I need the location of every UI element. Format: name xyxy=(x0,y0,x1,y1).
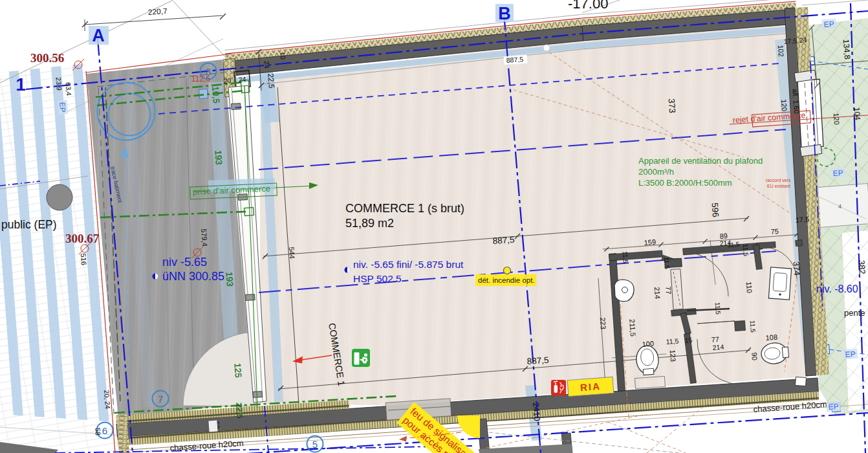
svg-text:51,89 m2: 51,89 m2 xyxy=(345,217,394,230)
svg-text:211,5: 211,5 xyxy=(628,319,637,337)
svg-text:public (EP): public (EP) xyxy=(1,218,57,231)
svg-text:544: 544 xyxy=(288,247,296,259)
svg-text:223: 223 xyxy=(599,317,607,329)
svg-text:102: 102 xyxy=(777,45,785,57)
svg-text:10,5: 10,5 xyxy=(210,86,221,104)
svg-text:104: 104 xyxy=(852,107,862,120)
svg-text:A: A xyxy=(92,26,105,45)
svg-text:EP: EP xyxy=(828,402,839,412)
svg-text:dét. incendie opt.: dét. incendie opt. xyxy=(478,276,535,284)
svg-text:10: 10 xyxy=(279,52,287,60)
svg-text:niv. -5.65 fini/ -5.875 brut: niv. -5.65 fini/ -5.875 brut xyxy=(353,259,464,270)
svg-text:EP: EP xyxy=(832,168,843,178)
svg-text:63,4: 63,4 xyxy=(65,82,73,96)
svg-text:L:3500 B:2000/H:500mm: L:3500 B:2000/H:500mm xyxy=(638,178,732,188)
svg-text:17,5: 17,5 xyxy=(795,215,809,224)
svg-text:4: 4 xyxy=(838,203,841,210)
svg-text:15: 15 xyxy=(684,336,693,344)
svg-text:373: 373 xyxy=(666,98,677,114)
svg-text:7: 7 xyxy=(158,393,163,404)
svg-text:125: 125 xyxy=(232,363,243,379)
svg-text:11,5: 11,5 xyxy=(663,257,671,270)
svg-text:579,4: 579,4 xyxy=(200,228,209,247)
svg-text:24: 24 xyxy=(263,61,271,69)
svg-text:77: 77 xyxy=(711,335,719,344)
svg-text:300.67: 300.67 xyxy=(65,232,100,245)
svg-text:COMMERCE 1 (s brut): COMMERCE 1 (s brut) xyxy=(345,202,464,215)
svg-text:raccord vers: raccord vers xyxy=(766,178,791,182)
svg-text:11,5: 11,5 xyxy=(622,251,629,264)
svg-text:120: 120 xyxy=(832,113,841,125)
svg-text:22,5: 22,5 xyxy=(234,402,244,418)
svg-text:77: 77 xyxy=(664,286,673,294)
svg-text:193: 193 xyxy=(224,272,235,287)
svg-text:887,5: 887,5 xyxy=(492,235,515,246)
svg-text:214: 214 xyxy=(712,343,724,351)
svg-text:-17.00: -17.00 xyxy=(568,0,608,12)
svg-text:516: 516 xyxy=(80,253,88,265)
svg-text:159: 159 xyxy=(644,238,656,247)
svg-text:20: 20 xyxy=(223,76,232,85)
svg-text:75: 75 xyxy=(770,227,779,236)
svg-text:220,7: 220,7 xyxy=(147,6,168,17)
svg-text:2410: 2410 xyxy=(531,402,542,421)
svg-text:134,8: 134,8 xyxy=(841,39,852,60)
svg-text:382: 382 xyxy=(856,260,867,275)
svg-text:niv -5.65: niv -5.65 xyxy=(162,256,207,269)
svg-text:17,5: 17,5 xyxy=(783,36,797,45)
svg-text:110: 110 xyxy=(745,282,754,293)
svg-text:11,5: 11,5 xyxy=(714,302,722,315)
svg-text:100: 100 xyxy=(642,340,654,348)
svg-text:300.56: 300.56 xyxy=(30,51,64,65)
svg-text:22,5: 22,5 xyxy=(266,73,276,89)
svg-text:108: 108 xyxy=(765,333,777,342)
svg-text:23,9: 23,9 xyxy=(55,77,63,91)
svg-text:11,5: 11,5 xyxy=(749,320,757,333)
svg-text:11,5: 11,5 xyxy=(666,337,679,346)
svg-text:20, 24: 20, 24 xyxy=(103,390,112,409)
svg-text:90: 90 xyxy=(750,352,759,360)
svg-text:niv. -8.60: niv. -8.60 xyxy=(816,283,858,294)
svg-text:112,5: 112,5 xyxy=(191,74,210,83)
svg-text:120: 120 xyxy=(780,99,788,111)
svg-text:11,5: 11,5 xyxy=(727,241,740,249)
svg-text:374: 374 xyxy=(791,261,801,276)
svg-text:üNN 300.85: üNN 300.85 xyxy=(162,270,224,283)
svg-text:1: 1 xyxy=(16,74,26,94)
svg-text:5: 5 xyxy=(312,439,318,450)
svg-text:EP: EP xyxy=(845,349,856,359)
svg-text:24: 24 xyxy=(799,36,807,44)
svg-text:Appareil de ventilation du pla: Appareil de ventilation du plafond xyxy=(638,156,763,166)
svg-text:193: 193 xyxy=(213,150,224,166)
svg-text:6: 6 xyxy=(102,425,107,436)
svg-text:596: 596 xyxy=(710,203,721,218)
svg-text:123: 123 xyxy=(669,349,677,362)
svg-text:RIA: RIA xyxy=(580,381,602,393)
svg-text:11,5: 11,5 xyxy=(742,244,750,257)
svg-text:58: 58 xyxy=(94,428,102,436)
svg-text:887,5: 887,5 xyxy=(526,355,549,366)
svg-text:2000m³/h: 2000m³/h xyxy=(638,167,674,177)
svg-text:EP: EP xyxy=(823,19,834,29)
svg-text:887,5: 887,5 xyxy=(506,55,523,64)
svg-text:B: B xyxy=(498,4,511,23)
svg-text:214: 214 xyxy=(653,287,662,299)
svg-text:HSP 502.5: HSP 502.5 xyxy=(353,273,402,284)
svg-text:EP: EP xyxy=(58,102,67,113)
svg-text:24: 24 xyxy=(238,75,246,83)
svg-text:pente: pente xyxy=(844,308,865,318)
svg-text:EU existant: EU existant xyxy=(767,184,790,188)
